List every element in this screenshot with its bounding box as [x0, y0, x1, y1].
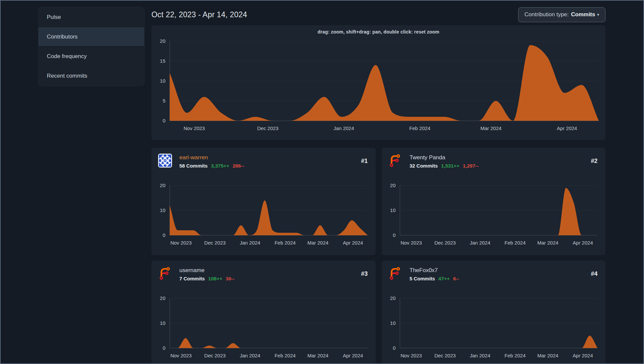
contribution-type-dropdown[interactable]: Contribution type: Commits ▾	[518, 7, 605, 22]
svg-text:20: 20	[390, 182, 396, 188]
svg-text:Jan 2024: Jan 2024	[240, 353, 260, 358]
svg-text:10: 10	[160, 207, 165, 213]
svg-text:Apr 2024: Apr 2024	[557, 125, 577, 131]
sidebar-item-pulse[interactable]: Pulse	[39, 7, 144, 27]
contributor-card-3: username 7 Commits 108++ 36-- #3 01020No…	[151, 260, 376, 364]
total-commits-chart[interactable]: 05101520Nov 2023Dec 2023Jan 2024Feb 2024…	[151, 36, 605, 140]
commit-count: 32 Commits	[410, 163, 438, 169]
contribution-type-value: Commits	[571, 11, 595, 18]
contributor-card-2: Twenty Panda 32 Commits 1,531++ 1,297-- …	[382, 148, 605, 255]
deletions-count: 1,297--	[463, 163, 479, 169]
main-content: Oct 22, 2023 - Apr 14, 2024 Contribution…	[151, 7, 605, 364]
svg-text:Jan 2024: Jan 2024	[470, 353, 491, 358]
svg-text:5: 5	[163, 98, 165, 104]
contributor-rank: #4	[591, 270, 598, 292]
sidebar: Pulse Contributors Code frequency Recent…	[38, 7, 144, 364]
contributor-chart[interactable]: 01020Nov 2023Dec 2023Jan 2024Feb 2024Mar…	[382, 292, 605, 364]
forgejo-logo	[388, 154, 402, 168]
contributor-rank: #2	[591, 158, 598, 180]
additions-count: 3,375++	[211, 163, 229, 169]
commit-count: 58 Commits	[179, 163, 208, 169]
deletions-count: 6--	[453, 276, 459, 281]
svg-text:20: 20	[160, 182, 165, 188]
svg-text:Mar 2024: Mar 2024	[307, 353, 328, 358]
svg-text:Feb 2024: Feb 2024	[275, 240, 296, 246]
contributor-card-1: earl-warren 58 Commits 3,375++ 286-- #1 …	[151, 148, 376, 255]
svg-text:Jan 2024: Jan 2024	[240, 240, 260, 246]
contributor-identity: earl-warren 58 Commits 3,375++ 286--	[179, 154, 361, 180]
svg-text:Apr 2024: Apr 2024	[573, 240, 593, 246]
svg-text:10: 10	[390, 320, 396, 326]
svg-text:0: 0	[393, 232, 396, 238]
svg-text:20: 20	[160, 38, 165, 44]
contributor-card-header: earl-warren 58 Commits 3,375++ 286-- #1	[151, 148, 376, 180]
contributor-card-header: username 7 Commits 108++ 36-- #3	[151, 260, 376, 292]
additions-count: 1,531++	[441, 163, 459, 169]
svg-text:Nov 2023: Nov 2023	[170, 353, 192, 358]
contributor-stats: 58 Commits 3,375++ 286--	[179, 163, 361, 169]
contributor-identity: Twenty Panda 32 Commits 1,531++ 1,297--	[410, 154, 591, 180]
svg-text:15: 15	[160, 58, 165, 64]
forgejo-logo	[158, 266, 172, 280]
svg-text:20: 20	[390, 295, 396, 301]
svg-text:Feb 2024: Feb 2024	[505, 353, 525, 358]
zoom-hint-text: drag: zoom, shift+drag: pan, double clic…	[151, 28, 605, 36]
sidebar-item-recent-commits[interactable]: Recent commits	[39, 66, 144, 86]
forgejo-logo	[388, 266, 402, 280]
contributor-cards: earl-warren 58 Commits 3,375++ 286-- #1 …	[151, 148, 605, 364]
deletions-count: 36--	[226, 276, 235, 281]
topbar: Oct 22, 2023 - Apr 14, 2024 Contribution…	[151, 7, 605, 22]
svg-text:Mar 2024: Mar 2024	[537, 353, 558, 358]
contributor-identity: username 7 Commits 108++ 36--	[179, 266, 361, 292]
svg-text:Dec 2023: Dec 2023	[204, 240, 226, 246]
date-range-heading: Oct 22, 2023 - Apr 14, 2024	[151, 10, 247, 19]
contributor-chart[interactable]: 01020Nov 2023Dec 2023Jan 2024Feb 2024Mar…	[151, 180, 376, 255]
svg-text:Apr 2024: Apr 2024	[343, 353, 363, 358]
commit-count: 7 Commits	[179, 276, 205, 281]
svg-text:Nov 2023: Nov 2023	[184, 125, 205, 131]
svg-text:Jan 2024: Jan 2024	[470, 240, 491, 246]
contributor-card-4: TheFox0x7 5 Commits 47++ 6-- #4 01020Nov…	[382, 260, 605, 364]
contributor-rank: #1	[361, 158, 368, 180]
svg-text:10: 10	[160, 320, 165, 326]
svg-text:Mar 2024: Mar 2024	[307, 240, 328, 246]
svg-text:Nov 2023: Nov 2023	[170, 240, 192, 246]
additions-count: 108++	[208, 276, 223, 281]
contributor-name[interactable]: username	[179, 267, 361, 274]
svg-text:Feb 2024: Feb 2024	[275, 353, 296, 358]
svg-text:Dec 2023: Dec 2023	[204, 353, 226, 358]
contributor-chart[interactable]: 01020Nov 2023Dec 2023Jan 2024Feb 2024Mar…	[382, 180, 605, 255]
svg-text:Jan 2024: Jan 2024	[333, 125, 354, 131]
svg-text:0: 0	[163, 345, 165, 351]
svg-text:20: 20	[160, 295, 165, 301]
contributor-identity: TheFox0x7 5 Commits 47++ 6--	[410, 266, 591, 292]
svg-text:Feb 2024: Feb 2024	[409, 125, 430, 131]
contributor-name[interactable]: Twenty Panda	[410, 154, 591, 161]
svg-text:Mar 2024: Mar 2024	[537, 240, 558, 246]
contributor-name[interactable]: TheFox0x7	[410, 267, 591, 274]
total-commits-panel: drag: zoom, shift+drag: pan, double clic…	[151, 25, 605, 140]
svg-text:0: 0	[163, 118, 165, 123]
contributor-stats: 7 Commits 108++ 36--	[179, 276, 361, 281]
svg-text:0: 0	[393, 345, 396, 351]
svg-text:Apr 2024: Apr 2024	[573, 353, 593, 358]
svg-text:Dec 2023: Dec 2023	[257, 125, 278, 131]
svg-text:Apr 2024: Apr 2024	[343, 240, 363, 246]
svg-text:10: 10	[160, 78, 165, 84]
contributor-chart[interactable]: 01020Nov 2023Dec 2023Jan 2024Feb 2024Mar…	[151, 292, 376, 364]
sidebar-item-contributors[interactable]: Contributors	[39, 27, 144, 46]
contributor-card-header: Twenty Panda 32 Commits 1,531++ 1,297-- …	[382, 148, 605, 180]
contributor-name-link[interactable]: earl-warren	[179, 154, 361, 161]
sidebar-item-code-frequency[interactable]: Code frequency	[39, 46, 144, 66]
repo-activity-menu: Pulse Contributors Code frequency Recent…	[38, 7, 144, 86]
svg-text:Mar 2024: Mar 2024	[480, 125, 501, 131]
contributor-stats: 5 Commits 47++ 6--	[410, 276, 591, 281]
svg-text:0: 0	[163, 232, 165, 238]
svg-text:10: 10	[390, 207, 396, 213]
svg-text:Nov 2023: Nov 2023	[401, 240, 422, 246]
contribution-type-label: Contribution type:	[524, 11, 569, 18]
svg-text:Feb 2024: Feb 2024	[505, 240, 525, 246]
commit-count: 5 Commits	[410, 276, 435, 281]
additions-count: 47++	[438, 276, 450, 281]
chevron-down-icon: ▾	[597, 12, 599, 17]
